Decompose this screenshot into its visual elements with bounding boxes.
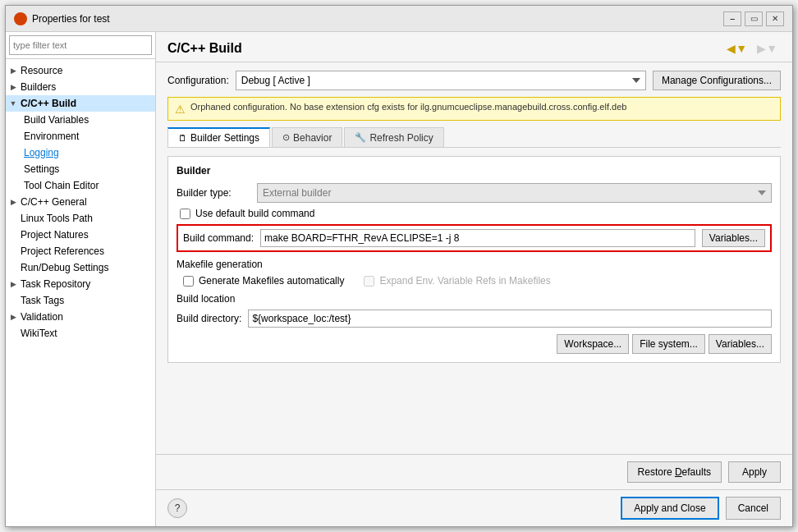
sidebar-item-label: C/C++ General (21, 196, 87, 208)
build-dir-label: Build directory: (177, 313, 241, 324)
sidebar-item-tool-chain-editor[interactable]: Tool Chain Editor (6, 177, 155, 194)
tab-label: Builder Settings (190, 132, 259, 144)
sidebar-item-label: Task Tags (21, 295, 64, 306)
filesystem-button[interactable]: File system... (632, 334, 705, 354)
sidebar-item-project-natures[interactable]: Project Natures (6, 227, 155, 243)
back-button[interactable]: ◀▼ (723, 40, 750, 57)
builder-type-row: Builder type: External builder (177, 183, 772, 203)
sidebar-item-build-variables[interactable]: Build Variables (6, 112, 155, 128)
sidebar-item-environment[interactable]: Environment (6, 128, 155, 144)
sidebar-item-project-references[interactable]: Project References (6, 243, 155, 259)
window-controls: ‒ ▭ ✕ (723, 11, 784, 26)
sidebar-item-label: Logging (24, 147, 59, 158)
warning-text: Orphaned configuration. No base extensio… (190, 102, 626, 112)
content-area: Configuration: Debug [ Active ] Manage C… (156, 62, 792, 454)
help-button[interactable]: ? (167, 498, 187, 518)
sidebar-item-wikitext[interactable]: WikiText (6, 325, 155, 342)
warning-icon: ⚠ (175, 103, 186, 116)
chevron-right-icon: ▶ (9, 83, 17, 91)
dialog: Properties for test ‒ ▭ ✕ ▶ Resource ▶ (5, 5, 793, 527)
builder-section-title: Builder (177, 165, 772, 177)
build-location-title: Build location (177, 293, 772, 305)
makefile-section-title: Makefile generation (177, 259, 772, 270)
cancel-button[interactable]: Cancel (726, 497, 781, 520)
build-cmd-input[interactable] (260, 229, 695, 247)
tabs-bar: 🗒 Builder Settings ⊙ Behavior 🔧 Refresh … (167, 127, 781, 148)
tab-refresh-policy[interactable]: 🔧 Refresh Policy (344, 127, 443, 147)
sidebar: ▶ Resource ▶ Builders ▼ C/C++ Build Buil… (6, 32, 156, 526)
sidebar-item-builders[interactable]: ▶ Builders (6, 79, 155, 95)
apply-and-close-button[interactable]: Apply and Close (621, 497, 718, 520)
sidebar-item-label: Environment (24, 131, 79, 142)
builder-type-label: Builder type: (177, 187, 250, 199)
close-button[interactable]: ✕ (766, 11, 784, 26)
use-default-label: Use default build command (195, 208, 314, 219)
sidebar-item-label: Resource (21, 65, 62, 76)
builder-panel: Builder Builder type: External builder U… (167, 156, 781, 363)
filter-wrap (6, 32, 155, 59)
build-dir-row: Build directory: (177, 310, 772, 328)
builder-type-select[interactable]: External builder (257, 183, 772, 203)
main-title: C/C++ Build (167, 41, 242, 56)
sidebar-item-linux-tools-path[interactable]: Linux Tools Path (6, 210, 155, 227)
sidebar-item-label: Builders (21, 81, 56, 93)
chevron-right-icon: ▶ (9, 280, 17, 288)
minimize-button[interactable]: ‒ (723, 11, 741, 26)
sidebar-item-resource[interactable]: ▶ Resource (6, 62, 155, 79)
sidebar-item-label: WikiText (21, 328, 57, 339)
generate-makefiles-label: Generate Makefiles automatically (199, 275, 344, 287)
chevron-down-icon: ▼ (9, 99, 17, 108)
use-default-checkbox[interactable] (180, 209, 190, 219)
sidebar-item-label: Tool Chain Editor (24, 180, 99, 191)
sidebar-item-task-repository[interactable]: ▶ Task Repository (6, 276, 155, 292)
build-dir-input[interactable] (248, 310, 772, 328)
sidebar-item-task-tags[interactable]: Task Tags (6, 292, 155, 309)
dialog-footer: Restore Defaults Apply (156, 454, 792, 489)
chevron-right-icon: ▶ (9, 198, 17, 206)
footer-right: Restore Defaults Apply (627, 461, 781, 483)
expand-env-row: Expand Env. Variable Refs in Makefiles (360, 275, 550, 287)
sidebar-item-logging[interactable]: Logging (6, 144, 155, 161)
chevron-right-icon: ▶ (9, 313, 17, 321)
sidebar-item-label: Build Variables (24, 114, 89, 126)
build-location-variables-button[interactable]: Variables... (709, 334, 772, 354)
workspace-button[interactable]: Workspace... (557, 334, 629, 354)
dialog-body: ▶ Resource ▶ Builders ▼ C/C++ Build Buil… (6, 32, 792, 526)
refresh-policy-icon: 🔧 (355, 132, 366, 143)
dialog-title: Properties for test (32, 13, 110, 25)
bottom-bar: ? Apply and Close Cancel (156, 489, 792, 526)
dialog-icon (14, 12, 27, 25)
build-cmd-variables-button[interactable]: Variables... (702, 229, 765, 247)
sidebar-item-label: Settings (24, 163, 59, 175)
sidebar-item-label: Run/Debug Settings (21, 262, 108, 273)
build-dir-buttons: Workspace... File system... Variables... (177, 334, 772, 354)
manage-configurations-button[interactable]: Manage Configurations... (653, 71, 781, 90)
configuration-select[interactable]: Debug [ Active ] (236, 71, 646, 90)
build-command-row: Build command: Variables... (177, 224, 772, 252)
sidebar-item-validation[interactable]: ▶ Validation (6, 309, 155, 325)
use-default-row: Use default build command (177, 208, 772, 219)
build-cmd-label: Build command: (183, 232, 254, 244)
restore-defaults-button[interactable]: Restore Defaults (627, 461, 722, 483)
expand-env-checkbox[interactable] (364, 276, 374, 287)
sidebar-item-cpp-general[interactable]: ▶ C/C++ General (6, 194, 155, 210)
bottom-right: Apply and Close Cancel (621, 497, 781, 520)
sidebar-item-cpp-build[interactable]: ▼ C/C++ Build (6, 95, 155, 112)
tab-behavior[interactable]: ⊙ Behavior (272, 127, 342, 147)
tab-label: Refresh Policy (369, 132, 433, 144)
forward-button[interactable]: ▶▼ (754, 40, 781, 57)
maximize-button[interactable]: ▭ (745, 11, 763, 26)
apply-button[interactable]: Apply (728, 461, 781, 483)
tab-builder-settings[interactable]: 🗒 Builder Settings (167, 127, 270, 147)
sidebar-item-run-debug-settings[interactable]: Run/Debug Settings (6, 259, 155, 276)
sidebar-item-label: C/C++ Build (21, 98, 76, 109)
sidebar-item-label: Task Repository (21, 278, 90, 290)
generate-makefiles-checkbox[interactable] (183, 276, 194, 287)
sidebar-item-label: Validation (21, 311, 63, 323)
sidebar-item-label: Project Natures (21, 229, 89, 241)
sidebar-item-settings[interactable]: Settings (6, 161, 155, 177)
expand-env-label: Expand Env. Variable Refs in Makefiles (379, 275, 550, 287)
main-content: C/C++ Build ◀▼ ▶▼ Configuration: Debug [… (156, 32, 792, 526)
filter-input[interactable] (9, 35, 152, 55)
header-nav: ◀▼ ▶▼ (723, 40, 781, 57)
